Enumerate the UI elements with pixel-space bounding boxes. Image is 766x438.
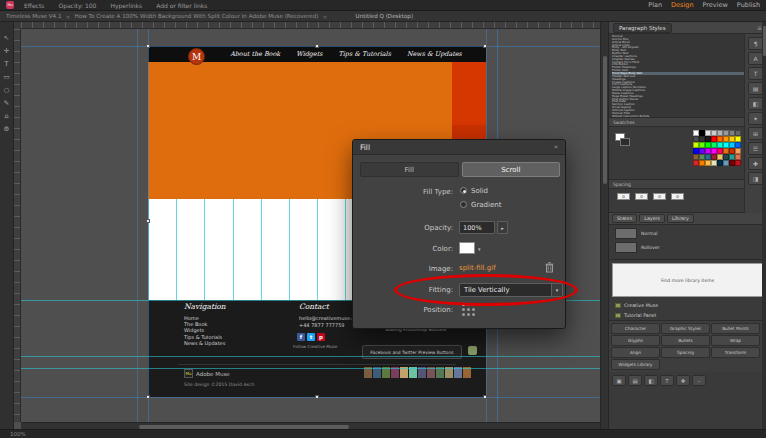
fitting-dropdown[interactable]: Tile Vertically ▾	[459, 283, 563, 297]
library-item[interactable]: Creative Muse	[609, 300, 766, 310]
position-dot[interactable]	[472, 313, 475, 316]
photo-thumbnail[interactable]	[436, 367, 444, 378]
social-icon[interactable]: f	[297, 333, 305, 341]
collapsed-panel-tab[interactable]: Glyphs	[611, 335, 660, 346]
panel-group-tab[interactable]: Layers	[639, 214, 665, 223]
selection-handle[interactable]	[483, 44, 487, 48]
collapsed-panel-tab[interactable]: Wrap	[711, 335, 760, 346]
tool-icon[interactable]: T	[0, 58, 14, 70]
footer-link[interactable]: News & Updates	[184, 340, 225, 346]
mode-design[interactable]: Design	[671, 1, 693, 9]
position-dot[interactable]	[467, 308, 470, 311]
radio-solid-label[interactable]: Solid	[471, 187, 488, 195]
photo-thumbnail[interactable]	[463, 367, 471, 378]
delete-image-icon[interactable]	[545, 262, 554, 273]
position-dot[interactable]	[462, 303, 465, 306]
opacity-spinner-button[interactable]: ▸	[497, 221, 508, 234]
photo-thumbnail[interactable]	[418, 367, 426, 378]
vertical-scrollbar[interactable]	[600, 22, 608, 429]
color-swatch-cell[interactable]	[735, 160, 741, 166]
tab-scroll[interactable]: Scroll	[462, 162, 561, 177]
spacing-input[interactable]: 0	[617, 193, 630, 200]
photo-thumbnail[interactable]	[391, 367, 399, 378]
site-nav-link[interactable]: News & Updates	[407, 50, 462, 58]
state-row[interactable]: Normal	[615, 228, 766, 239]
tool-icon[interactable]: ○	[0, 84, 14, 96]
tool-icon[interactable]: ↖	[0, 32, 14, 44]
position-dot[interactable]	[472, 303, 475, 306]
footer-link[interactable]: Tips & Tutorials	[184, 334, 225, 340]
scrollbar-thumb[interactable]	[763, 26, 766, 56]
horizontal-scrollbar[interactable]	[21, 422, 600, 429]
color-swatch[interactable]	[459, 242, 475, 254]
collapsed-panel-tab[interactable]: Spacing	[661, 347, 710, 358]
site-nav-link[interactable]: Widgets	[296, 50, 322, 58]
page-tab[interactable]: Untitled Q (Desktop)	[356, 13, 414, 19]
selection-handle[interactable]	[146, 44, 150, 48]
selection-handle[interactable]	[483, 395, 487, 399]
photo-thumbnail[interactable]	[454, 367, 462, 378]
scrollbar-thumb[interactable]	[139, 425, 349, 429]
close-tab-icon[interactable]: ×	[66, 13, 71, 20]
library-hint-box[interactable]: Find more library items	[612, 263, 763, 297]
fill-dialog-titlebar[interactable]: Fill «	[353, 140, 565, 155]
position-dot[interactable]	[472, 308, 475, 311]
tool-icon[interactable]: ⌂	[0, 110, 14, 122]
color-dropdown-icon[interactable]: ▾	[478, 246, 481, 252]
spacing-input[interactable]: 0	[671, 193, 684, 200]
list-scrollbar[interactable]	[762, 22, 766, 429]
social-icon[interactable]: p	[317, 333, 325, 341]
toolbar-item[interactable]: Hyperlinks	[110, 2, 142, 9]
tool-icon[interactable]: ✛	[0, 45, 14, 57]
collapsed-panel-tab[interactable]: Align	[611, 347, 660, 358]
close-tab-icon[interactable]: ×	[323, 13, 328, 20]
mode-publish[interactable]: Publish	[737, 1, 760, 9]
tab-paragraph-styles[interactable]: Paragraph Styles	[613, 23, 672, 33]
mode-preview[interactable]: Preview	[703, 1, 728, 9]
radio-solid[interactable]	[460, 187, 467, 194]
photo-thumbnail[interactable]	[364, 367, 372, 378]
photo-thumbnail[interactable]	[400, 367, 408, 378]
radio-gradient[interactable]	[460, 201, 467, 208]
photo-thumbnail[interactable]	[382, 367, 390, 378]
panel-button-icon[interactable]: –	[692, 375, 706, 386]
site-nav-link[interactable]: Tips & Tutorials	[338, 50, 390, 58]
panel-group-tab[interactable]: Library	[667, 214, 694, 223]
collapsed-panel-tab[interactable]: Graphic Styles	[661, 323, 710, 334]
state-row[interactable]: Rollover	[615, 242, 766, 253]
toolbar-item[interactable]: Opacity: 100	[58, 2, 96, 9]
position-selector[interactable]	[461, 302, 476, 317]
preview-buttons-widget[interactable]: Facebook and Twitter Preview Buttons	[362, 345, 462, 359]
collapsed-panel-tab[interactable]: Transform	[711, 347, 760, 358]
zoom-level[interactable]: 100%	[10, 431, 26, 437]
panel-group-tab[interactable]: States	[612, 214, 637, 223]
tool-icon[interactable]: ⚙	[0, 123, 14, 135]
image-filename[interactable]: split-fill.gif	[459, 264, 496, 272]
panel-button-icon[interactable]: ✚	[676, 375, 690, 386]
scrollbar-thumb[interactable]	[603, 56, 607, 184]
footer-email[interactable]: hello@creativemuse.us	[299, 315, 357, 322]
selection-handle[interactable]	[315, 44, 319, 48]
collapse-icon[interactable]: «	[554, 143, 558, 151]
stroke-proxy[interactable]	[620, 138, 630, 146]
panel-button-icon[interactable]: T	[660, 375, 674, 386]
selection-handle[interactable]	[315, 395, 319, 399]
panel-button-icon[interactable]: ◧	[644, 375, 658, 386]
panel-button-icon[interactable]: ▣	[612, 375, 626, 386]
radio-gradient-label[interactable]: Gradient	[471, 201, 501, 209]
position-dot[interactable]	[467, 303, 470, 306]
collapsed-panel-tab[interactable]: Widgets Library	[611, 359, 660, 370]
spacing-input[interactable]: 0	[635, 193, 648, 200]
document-tab[interactable]: Timeless Muse V4.1	[6, 13, 62, 19]
mode-plan[interactable]: Plan	[648, 1, 662, 9]
photo-thumbnail[interactable]	[427, 367, 435, 378]
selection-handle[interactable]	[146, 219, 150, 223]
photo-thumbnail[interactable]	[445, 367, 453, 378]
position-dot[interactable]	[462, 308, 465, 311]
photo-thumbnail[interactable]	[409, 367, 417, 378]
collapsed-panel-tab[interactable]: Bullets	[661, 335, 710, 346]
tab-fill[interactable]: Fill	[360, 162, 459, 177]
library-item[interactable]: Tutorial Panel	[609, 310, 766, 320]
spacing-input[interactable]: 0	[653, 193, 666, 200]
selection-handle[interactable]	[146, 395, 150, 399]
